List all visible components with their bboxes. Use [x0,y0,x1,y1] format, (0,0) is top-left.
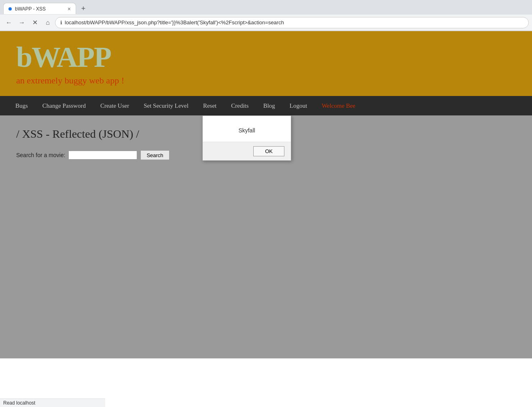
page-content: bWAPP an extremely buggy web app ! Bugs … [0,31,532,358]
tab-bar: bWAPP - XSS × + [0,0,532,15]
nav-welcome[interactable]: Welcome Bee [314,102,362,109]
nav-bugs[interactable]: Bugs [8,102,35,109]
tab-close-button[interactable]: × [68,6,71,12]
alert-buttons: OK [203,142,291,160]
nav-logout[interactable]: Logout [282,102,314,109]
active-tab[interactable]: bWAPP - XSS × [3,3,76,14]
nav-set-security-level[interactable]: Set Security Level [136,102,196,109]
new-tab-button[interactable]: + [78,3,89,14]
browser-chrome: bWAPP - XSS × + ← → ✕ ⌂ ℹ localhost/bWAP… [0,0,532,31]
nav-bar: ← → ✕ ⌂ ℹ localhost/bWAPP/bWAPP/xss_json… [0,15,532,31]
search-input[interactable] [68,151,137,160]
tab-favicon [8,7,12,11]
home-button[interactable]: ⌂ [42,17,53,28]
status-bar: Read localhost [0,398,105,407]
address-bar[interactable]: ℹ localhost/bWAPP/bWAPP/xss_json.php?tit… [55,17,529,28]
alert-message: Skyfall [203,116,291,142]
nav-credits[interactable]: Credits [224,102,256,109]
url-text: localhost/bWAPP/bWAPP/xss_json.php?title… [65,19,524,26]
site-logo: bWAPP [16,41,516,73]
search-label: Search for a movie: [16,152,65,158]
nav-create-user[interactable]: Create User [93,102,136,109]
tab-title: bWAPP - XSS [15,6,64,12]
status-text: Read localhost [3,400,35,406]
nav-blog[interactable]: Blog [256,102,282,109]
site-nav: Bugs Change Password Create User Set Sec… [0,96,532,115]
nav-change-password[interactable]: Change Password [35,102,93,109]
nav-reset[interactable]: Reset [196,102,224,109]
info-icon: ℹ [60,20,62,26]
alert-dialog: Skyfall OK [202,115,291,161]
site-header: bWAPP an extremely buggy web app ! [0,31,532,96]
search-button[interactable]: Search [140,150,169,160]
forward-button[interactable]: → [16,17,28,28]
back-button[interactable]: ← [3,17,15,28]
alert-ok-button[interactable]: OK [253,146,284,156]
site-tagline: an extremely buggy web app ! [16,75,516,86]
main-content: / XSS - Reflected (JSON) / Search for a … [0,115,532,358]
close-button[interactable]: ✕ [29,17,40,28]
